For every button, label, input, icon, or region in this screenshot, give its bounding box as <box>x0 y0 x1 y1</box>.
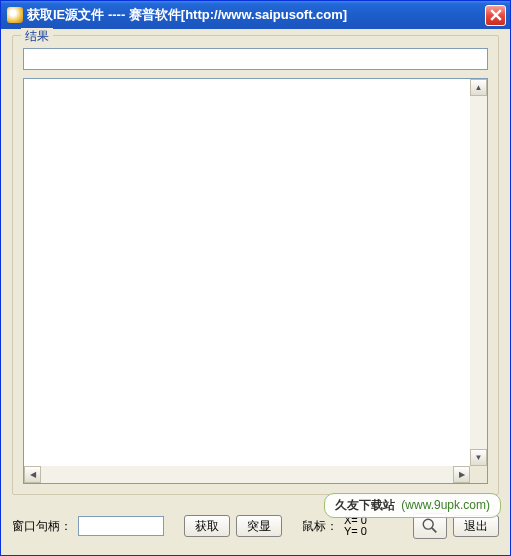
svg-point-0 <box>423 519 433 529</box>
close-icon <box>490 9 502 21</box>
result-group-label: 结果 <box>21 28 53 45</box>
horizontal-scrollbar[interactable]: ◀ ▶ <box>24 466 470 483</box>
window-handle-input[interactable] <box>78 516 164 536</box>
scroll-down-button[interactable]: ▼ <box>470 449 487 466</box>
vscroll-track[interactable] <box>470 96 487 449</box>
app-window: 获取IE源文件 ---- 赛普软件[http://www.saipusoft.c… <box>0 0 511 556</box>
window-title: 获取IE源文件 ---- 赛普软件[http://www.saipusoft.c… <box>27 6 485 24</box>
hscroll-track[interactable] <box>41 466 453 483</box>
mouse-label: 鼠标： <box>302 518 338 535</box>
highlight-button[interactable]: 突显 <box>236 515 282 537</box>
app-icon <box>7 7 23 23</box>
scroll-corner <box>470 466 487 483</box>
fetch-button[interactable]: 获取 <box>184 515 230 537</box>
client-area: 结果 ▲ ▼ ◀ ▶ 久友下载站 (www.9upk.com) <box>4 29 507 552</box>
magnifier-icon <box>421 517 439 535</box>
result-group: 结果 ▲ ▼ ◀ ▶ <box>12 35 499 495</box>
result-input[interactable] <box>23 48 488 70</box>
watermark-site: 久友下载站 <box>335 497 395 514</box>
svg-line-1 <box>432 528 437 533</box>
scroll-up-button[interactable]: ▲ <box>470 79 487 96</box>
vertical-scrollbar[interactable]: ▲ ▼ <box>470 79 487 466</box>
exit-button[interactable]: 退出 <box>453 515 499 537</box>
watermark-url: (www.9upk.com) <box>401 498 490 512</box>
close-button[interactable] <box>485 5 506 26</box>
titlebar: 获取IE源文件 ---- 赛普软件[http://www.saipusoft.c… <box>1 1 510 29</box>
source-text-wrap: ▲ ▼ ◀ ▶ <box>23 78 488 484</box>
watermark: 久友下载站 (www.9upk.com) <box>324 493 501 518</box>
scroll-left-button[interactable]: ◀ <box>24 466 41 483</box>
scroll-right-button[interactable]: ▶ <box>453 466 470 483</box>
mouse-coords: X= 0 Y= 0 <box>344 515 367 537</box>
source-textarea[interactable] <box>24 79 470 466</box>
handle-label: 窗口句柄： <box>12 518 72 535</box>
